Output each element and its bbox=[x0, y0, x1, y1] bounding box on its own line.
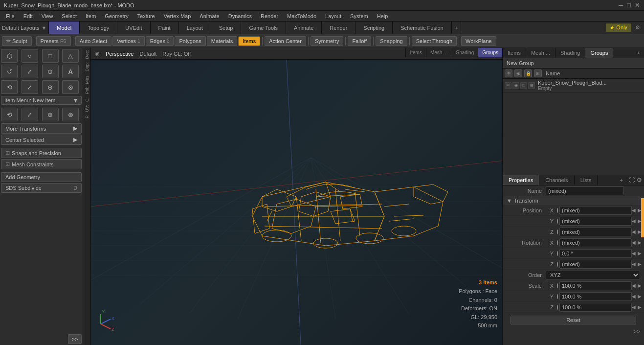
scale-y-arrow-right[interactable]: ▶ bbox=[638, 294, 642, 299]
prop-icon-expand[interactable]: ⛶ bbox=[629, 177, 635, 184]
rotation-x-arrow-left[interactable]: ◀ bbox=[632, 240, 636, 245]
position-y-arrow-left[interactable]: ◀ bbox=[632, 218, 636, 224]
menu-maxtomodo[interactable]: MaxToModo bbox=[283, 12, 320, 20]
snapping-btn[interactable]: Snapping bbox=[376, 36, 407, 46]
transform-tool-2[interactable]: ⤢ bbox=[22, 108, 38, 121]
rotation-y-arrow-left[interactable]: ◀ bbox=[632, 251, 636, 256]
rotation-y-dot[interactable] bbox=[557, 251, 558, 256]
position-z-input[interactable] bbox=[559, 228, 632, 236]
tab-setup[interactable]: Setup bbox=[211, 22, 242, 34]
menu-texture[interactable]: Texture bbox=[133, 12, 159, 20]
center-selected-btn[interactable]: Center Selected ▶ bbox=[1, 135, 82, 145]
menu-help[interactable]: Help bbox=[373, 12, 392, 20]
sculpt-btn[interactable]: ✏ Sculpt bbox=[2, 36, 32, 46]
vp-tab-items[interactable]: Items bbox=[405, 48, 425, 57]
menu-item[interactable]: Item bbox=[82, 12, 100, 20]
col-icon-render[interactable]: ◉ bbox=[514, 69, 522, 77]
col-icon-lock[interactable]: 🔒 bbox=[524, 69, 532, 77]
scale-x-arrow-left[interactable]: ◀ bbox=[632, 283, 636, 288]
prop-tab-properties[interactable]: Properties bbox=[503, 175, 539, 185]
scale-x-input[interactable] bbox=[559, 281, 632, 290]
tool-sphere[interactable]: ⬡ bbox=[1, 49, 18, 63]
items-btn[interactable]: Items bbox=[238, 36, 260, 46]
menu-animate[interactable]: Animate bbox=[196, 12, 223, 20]
menu-layout[interactable]: Layout bbox=[321, 12, 345, 20]
vert-tab-pol[interactable]: Pol: bbox=[84, 86, 90, 95]
transform-tool-4[interactable]: ⊗ bbox=[62, 108, 79, 121]
menu-geometry[interactable]: Geometry bbox=[101, 12, 132, 20]
position-z-dot[interactable] bbox=[557, 230, 558, 234]
action-center-btn[interactable]: Action Center bbox=[265, 36, 306, 46]
add-geometry-btn[interactable]: Add Geometry bbox=[1, 172, 82, 182]
prop-name-input[interactable] bbox=[546, 186, 624, 195]
layout-dropdown[interactable]: Default Layouts bbox=[2, 25, 39, 31]
position-x-dot[interactable] bbox=[557, 208, 558, 213]
vp-tab-groups[interactable]: Groups bbox=[478, 48, 502, 57]
right-tab-mesh[interactable]: Mesh ... bbox=[526, 48, 555, 58]
symmetry-btn[interactable]: Symmetry bbox=[311, 36, 344, 46]
minimize-btn[interactable]: ─ bbox=[619, 1, 623, 9]
scale-z-arrow-right[interactable]: ▶ bbox=[638, 304, 642, 310]
more-transforms-btn[interactable]: More Transforms ▶ bbox=[1, 123, 82, 134]
vert-tab-c[interactable]: C: bbox=[84, 96, 90, 103]
tab-model[interactable]: Model bbox=[49, 22, 80, 34]
workplane-btn[interactable]: WorkPlane bbox=[461, 36, 496, 46]
item-menu[interactable]: Item Menu: New Item ▼ bbox=[1, 96, 82, 105]
tab-layout[interactable]: Layout bbox=[179, 22, 211, 34]
tool-cross[interactable]: ⊗ bbox=[62, 80, 79, 94]
vertices-btn[interactable]: Vertices 1 bbox=[112, 36, 145, 46]
reset-btn[interactable]: Reset bbox=[511, 316, 636, 324]
perspective-label[interactable]: Perspective bbox=[106, 51, 133, 57]
right-tab-groups[interactable]: Groups bbox=[585, 48, 613, 58]
select-through-btn[interactable]: Select Through bbox=[412, 36, 457, 46]
tool-box[interactable]: □ bbox=[42, 49, 59, 63]
win-controls[interactable]: ─ □ ✕ bbox=[619, 1, 640, 9]
snaps-precision-btn[interactable]: ⊡ Snaps and Precision bbox=[1, 148, 82, 158]
position-x-input[interactable] bbox=[559, 206, 632, 215]
prop-icon-gear[interactable]: ⚙ bbox=[637, 177, 642, 184]
prop-tab-channels[interactable]: Channels bbox=[539, 175, 574, 185]
double-arrow-btn[interactable]: >> bbox=[503, 327, 644, 336]
mesh-constraints-btn[interactable]: ⊡ Mesh Constraints bbox=[1, 159, 82, 169]
sidebar-expand-btn[interactable]: >> bbox=[68, 334, 82, 344]
default-label[interactable]: Default bbox=[139, 51, 156, 57]
col-icon-ref[interactable]: ⊞ bbox=[534, 69, 542, 77]
tool-move[interactable]: ⊕ bbox=[42, 80, 59, 94]
row-icon-lock[interactable]: □ bbox=[520, 82, 527, 89]
right-tab-items[interactable]: Items bbox=[503, 48, 526, 58]
prop-tab-lists[interactable]: Lists bbox=[575, 175, 598, 185]
tab-scripting[interactable]: Scripting bbox=[355, 22, 393, 34]
vert-tab-dec[interactable]: Dec: bbox=[84, 49, 90, 60]
scale-z-input[interactable] bbox=[559, 303, 632, 312]
tool-scale[interactable]: ⤢ bbox=[22, 65, 38, 78]
scale-y-dot[interactable] bbox=[557, 294, 558, 299]
rotation-y-arrow-right[interactable]: ▶ bbox=[638, 251, 642, 256]
ray-gl-label[interactable]: Ray GL: Off bbox=[162, 51, 191, 57]
tab-gametools[interactable]: Game Tools bbox=[241, 22, 286, 34]
falloff-btn[interactable]: Falloff bbox=[348, 36, 371, 46]
tab-render[interactable]: Render bbox=[322, 22, 355, 34]
presets-btn[interactable]: Presets F6 bbox=[36, 36, 71, 46]
tool-target[interactable]: ⊙ bbox=[42, 65, 59, 78]
row-icon-ref[interactable]: ⊞ bbox=[528, 82, 535, 89]
tab-add[interactable]: + bbox=[452, 22, 461, 34]
rotation-y-input[interactable] bbox=[559, 249, 632, 258]
viewport-expand-icon[interactable]: ◉ bbox=[95, 50, 100, 57]
menu-select[interactable]: Select bbox=[58, 12, 81, 20]
transform-section-header[interactable]: ▼ Transform bbox=[503, 196, 644, 205]
tool-circle[interactable]: ○ bbox=[22, 49, 38, 63]
row-icon-render[interactable]: ◉ bbox=[512, 82, 519, 89]
polygons-btn[interactable]: Polygons bbox=[175, 36, 205, 46]
vert-tab-uv[interactable]: UV: bbox=[84, 104, 90, 113]
rotation-z-arrow-right[interactable]: ▶ bbox=[638, 261, 642, 267]
position-y-dot[interactable] bbox=[557, 219, 558, 224]
close-btn[interactable]: ✕ bbox=[635, 1, 640, 9]
rotation-x-arrow-right[interactable]: ▶ bbox=[638, 240, 642, 245]
scale-y-arrow-left[interactable]: ◀ bbox=[632, 294, 636, 299]
position-z-arrow-left[interactable]: ◀ bbox=[632, 229, 636, 234]
rotation-x-dot[interactable] bbox=[557, 240, 558, 245]
tool-rotate[interactable]: ↺ bbox=[1, 65, 18, 78]
vp-tab-shading[interactable]: Shading bbox=[452, 48, 478, 57]
menu-edit[interactable]: Edit bbox=[20, 12, 37, 20]
menu-render[interactable]: Render bbox=[257, 12, 282, 20]
